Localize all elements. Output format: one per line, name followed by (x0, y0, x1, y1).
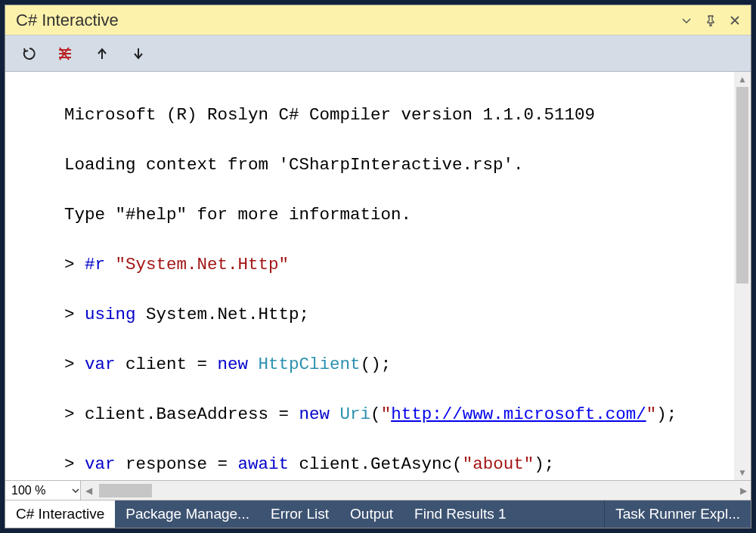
input-line: > #r "System.Net.Http" (64, 253, 734, 277)
input-line: > using System.Net.Http; (64, 302, 734, 327)
vertical-scrollbar[interactable]: ▲ ▼ (734, 72, 751, 480)
scroll-right-icon[interactable]: ▶ (736, 481, 751, 500)
window-options-dropdown[interactable] (678, 12, 695, 29)
tab-package-manager[interactable]: Package Manage... (115, 500, 260, 528)
window-title: C# Interactive (16, 11, 671, 30)
tool-window: C# Interactive (5, 5, 751, 528)
input-line: > var client = new HttpClient(); (64, 352, 734, 377)
zoom-level: 100 % (11, 484, 71, 497)
tab-find-results[interactable]: Find Results 1 (404, 500, 516, 528)
scroll-left-icon[interactable]: ◀ (81, 481, 96, 500)
input-line: > client.BaseAddress = new Uri("http://w… (64, 402, 734, 427)
zoom-dropdown[interactable]: 100 % (5, 481, 81, 500)
output-line: Microsoft (R) Roslyn C# Compiler version… (64, 103, 734, 128)
scroll-up-icon[interactable]: ▲ (734, 72, 751, 87)
editor-area: Microsoft (R) Roslyn C# Compiler version… (5, 72, 751, 481)
zoom-bar: 100 % ◀ ▶ (5, 481, 751, 500)
input-line: > var response = await client.GetAsync("… (64, 452, 734, 477)
hscroll-thumb[interactable] (99, 484, 152, 497)
output-line: Loading context from 'CSharpInteractive.… (64, 153, 734, 178)
tab-csharp-interactive[interactable]: C# Interactive (5, 500, 115, 528)
titlebar: C# Interactive (5, 5, 751, 36)
tab-task-runner[interactable]: Task Runner Expl... (604, 500, 751, 528)
scroll-down-icon[interactable]: ▼ (734, 465, 751, 480)
close-icon[interactable] (727, 12, 743, 29)
interactive-console[interactable]: Microsoft (R) Roslyn C# Compiler version… (5, 72, 734, 480)
tab-error-list[interactable]: Error List (260, 500, 339, 528)
toolbar (5, 36, 751, 72)
reset-icon[interactable] (20, 45, 39, 63)
clear-screen-icon[interactable] (57, 45, 75, 63)
bottom-tabstrip: C# Interactive Package Manage... Error L… (5, 500, 751, 528)
chevron-down-icon (71, 486, 80, 495)
tab-output[interactable]: Output (339, 500, 404, 528)
pin-icon[interactable] (702, 12, 719, 29)
history-next-icon[interactable] (129, 45, 147, 63)
horizontal-scrollbar[interactable]: ◀ ▶ (81, 481, 751, 500)
output-line: Type "#help" for more information. (64, 203, 734, 228)
history-prev-icon[interactable] (93, 45, 111, 63)
scroll-thumb[interactable] (736, 87, 748, 284)
